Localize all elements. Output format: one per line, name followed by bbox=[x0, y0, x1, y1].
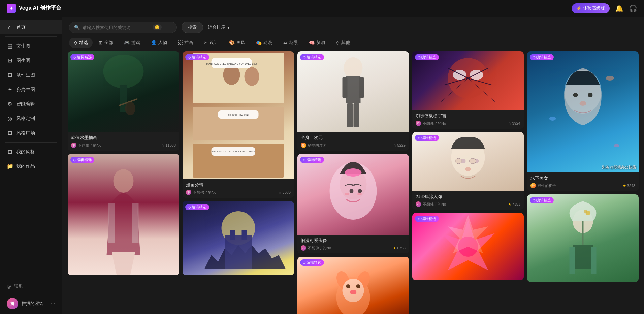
upgrade-label: 体验高级版 bbox=[583, 5, 605, 11]
editor-badge-icon-manga: ◇ bbox=[188, 55, 191, 59]
tab-people[interactable]: 👤 人物 bbox=[146, 38, 172, 48]
text2img-icon: ▤ bbox=[7, 43, 13, 49]
author-avatar-anime2d: 酷 bbox=[301, 143, 306, 148]
card-stars-underwater: ★ 3243 bbox=[623, 184, 635, 188]
author-avatar-oldmanga: 不 bbox=[301, 245, 306, 251]
card-image-fashion: ◇ 编辑精选 bbox=[68, 154, 179, 275]
svg-point-4 bbox=[114, 169, 134, 193]
sidebar-item-home[interactable]: ⌂ 首页 bbox=[0, 20, 62, 34]
editor-badge-label-fox: 编辑精选 bbox=[307, 260, 321, 265]
logo-icon: ✦ bbox=[7, 4, 16, 13]
card-title-spiderman: 蜘蛛侠纵横宇宙 bbox=[416, 113, 520, 119]
sidebar-item-text2img[interactable]: ▤ 文生图 bbox=[0, 39, 62, 53]
more-options-button[interactable]: ··· bbox=[51, 301, 55, 307]
sidebar-item-pose2img[interactable]: ✦ 姿势生图 bbox=[0, 82, 62, 97]
tab-other[interactable]: ◇ 其他 bbox=[331, 38, 355, 48]
game-icon: 🎮 bbox=[124, 40, 130, 45]
style-custom-icon: ◎ bbox=[7, 115, 13, 122]
sidebar-item-my-works[interactable]: 📁 我的作品 bbox=[0, 159, 62, 174]
tab-design[interactable]: ✂ 设计 bbox=[199, 38, 223, 48]
svg-point-11 bbox=[245, 67, 259, 86]
search-input-wrap[interactable]: 🔍 😊 bbox=[69, 22, 177, 33]
svg-rect-24 bbox=[343, 77, 348, 98]
tab-brain-label: 脑洞 bbox=[316, 40, 325, 46]
tab-anime-label: 动漫 bbox=[263, 40, 272, 46]
editor-badge-label-ub: 编辑精选 bbox=[536, 198, 551, 203]
card-underwater[interactable]: ◇ 编辑精选 bbox=[527, 51, 639, 191]
oldmanga-illustration bbox=[297, 154, 409, 235]
sort-button[interactable]: 综合排序 ▾ bbox=[208, 24, 230, 30]
star-count-thick2d: 7353 bbox=[512, 202, 520, 206]
card-image-spiderman: ◇ 编辑精选 bbox=[412, 51, 524, 110]
umbrella-illustration bbox=[527, 194, 639, 282]
search-input[interactable] bbox=[83, 25, 150, 30]
card-meta-wuxia: 不 不想佛了的No ☆ 11033 bbox=[71, 143, 176, 148]
star-count-anime2d: 5229 bbox=[397, 143, 406, 147]
card-fashion[interactable]: ◇ 编辑精选 bbox=[68, 154, 179, 275]
card-wuxia[interactable]: ◇ 编辑精选 武侠水墨插画 bbox=[68, 51, 179, 151]
sort-label: 综合排序 bbox=[208, 24, 225, 30]
editor-badge-icon-om: ◇ bbox=[303, 158, 305, 162]
tab-scene[interactable]: ⛰ 场景 bbox=[278, 38, 303, 48]
tab-featured[interactable]: ◇ 精选 bbox=[69, 38, 93, 48]
contact-item[interactable]: @ 联系 bbox=[0, 280, 62, 293]
headphone-button[interactable]: 🎧 bbox=[629, 4, 637, 12]
card-thick2d[interactable]: ◇ 编辑精选 bbox=[412, 132, 524, 210]
tab-design-label: 设计 bbox=[210, 40, 218, 46]
editor-badge-icon-fox: ◇ bbox=[303, 260, 305, 265]
sidebar-item-img2img[interactable]: ⊞ 图生图 bbox=[0, 53, 62, 68]
card-spiderman[interactable]: ◇ 编辑精选 bbox=[412, 51, 524, 129]
tab-game-label: 游戏 bbox=[131, 40, 140, 46]
card-image-underwater: ◇ 编辑精选 bbox=[527, 51, 639, 172]
card-manga[interactable]: ◇ 编辑精选 MAN HACK LINED bbox=[183, 51, 294, 198]
card-oldmanga[interactable]: ◇ 编辑精选 bbox=[297, 154, 409, 253]
sidebar-item-smart-edit[interactable]: ⚙ 智能编辑 bbox=[0, 97, 62, 111]
tab-scene-label: 场景 bbox=[289, 40, 298, 46]
svg-point-57 bbox=[580, 101, 586, 106]
avatar: 拼 bbox=[7, 298, 18, 309]
pose2img-icon: ✦ bbox=[7, 86, 13, 93]
editor-badge-icon-uw: ◇ bbox=[533, 55, 535, 59]
sidebar-item-my-style[interactable]: ⊞ 我的风格 bbox=[0, 145, 62, 159]
card-title-thick2d: 2.5D厚涂人像 bbox=[416, 194, 520, 200]
tab-anime[interactable]: 🎭 动漫 bbox=[251, 38, 277, 48]
tab-game[interactable]: 🎮 游戏 bbox=[119, 38, 145, 48]
tab-brain[interactable]: 🧠 脑洞 bbox=[304, 38, 330, 48]
author-name-manga: 不想佛了的No bbox=[193, 190, 216, 195]
card-anime2d[interactable]: ◇ 编辑精选 bbox=[297, 51, 409, 151]
svg-point-32 bbox=[350, 189, 354, 193]
tab-illustration[interactable]: 🖼 插画 bbox=[173, 38, 198, 48]
card-umbrella[interactable]: ◇ 编辑精选 bbox=[527, 194, 639, 282]
search-button[interactable]: 搜索 bbox=[182, 22, 203, 33]
brain-icon: 🧠 bbox=[309, 40, 315, 45]
my-style-icon: ⊞ bbox=[7, 149, 13, 155]
sidebar-item-style-plaza[interactable]: ⊟ 风格广场 bbox=[0, 126, 62, 140]
card-title-oldmanga: 旧漫可爱头像 bbox=[301, 238, 406, 244]
card-title-underwater: 水下美女 bbox=[530, 175, 635, 181]
editor-badge: ◇ 编辑精选 bbox=[70, 54, 94, 60]
author-name-oldmanga: 不想佛了的No bbox=[308, 246, 331, 251]
masonry-grid: ◇ 编辑精选 武侠水墨插画 bbox=[68, 51, 639, 314]
img2img-icon: ⊞ bbox=[7, 57, 13, 64]
svg-point-34 bbox=[345, 168, 362, 177]
star-count-spiderman: 3924 bbox=[512, 121, 520, 125]
sidebar-item-style-custom[interactable]: ◎ 风格定制 bbox=[0, 111, 62, 126]
card-mooncastle[interactable]: ◇ 编辑精选 bbox=[183, 201, 294, 275]
tab-art-style[interactable]: 🎨 画风 bbox=[224, 38, 250, 48]
card-title-anime2d: 全身二次元 bbox=[301, 135, 406, 141]
col-1: ◇ 编辑精选 武侠水墨插画 bbox=[68, 51, 179, 275]
search-icon: 🔍 bbox=[74, 25, 80, 30]
card-pink-energy[interactable]: ◇ 编辑精选 bbox=[412, 213, 524, 280]
tab-all[interactable]: ⊞ 全部 bbox=[94, 38, 118, 48]
card-image-fox: ◇ 编辑精选 bbox=[297, 257, 409, 314]
sidebar-item-cond2img[interactable]: ⊡ 条件生图 bbox=[0, 68, 62, 82]
editor-badge-label-mc: 编辑精选 bbox=[192, 205, 206, 210]
svg-rect-5 bbox=[108, 203, 115, 243]
svg-rect-31 bbox=[358, 193, 362, 195]
tab-featured-label: 精选 bbox=[79, 40, 88, 46]
card-fox[interactable]: ◇ 编辑精选 bbox=[297, 257, 409, 314]
card-image-anime2d: ◇ 编辑精选 bbox=[297, 51, 409, 132]
sidebar-divider-2 bbox=[5, 142, 57, 143]
notification-button[interactable]: 🔔 bbox=[615, 4, 623, 12]
upgrade-button[interactable]: ⚡ 体验高级版 bbox=[572, 3, 610, 13]
